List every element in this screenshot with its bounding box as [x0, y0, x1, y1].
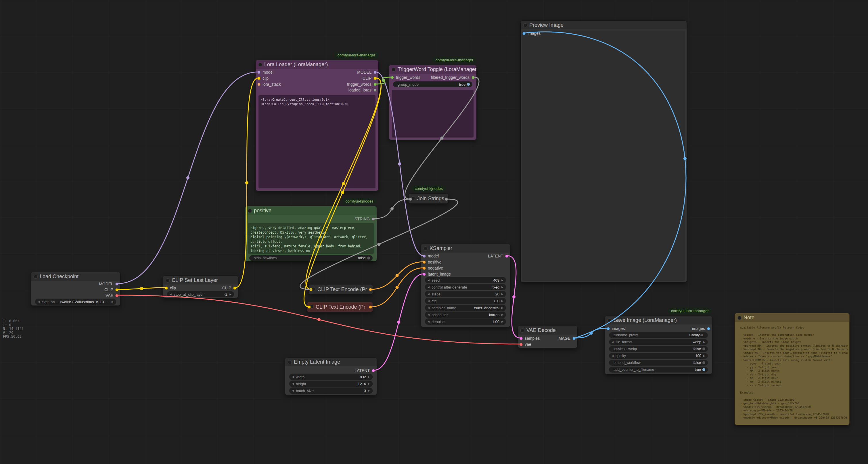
- prev-arrow-icon[interactable]: ◀: [38, 300, 40, 303]
- node-join-strings[interactable]: comfyui-kjnodes Join Strings: [408, 193, 448, 204]
- widget-scheduler[interactable]: ◀ scheduler karras ▶: [425, 312, 506, 318]
- prev-arrow-icon[interactable]: ◀: [428, 299, 430, 302]
- prev-arrow-icon[interactable]: ◀: [428, 279, 430, 282]
- node-triggerword-toggle[interactable]: comfyui-lora-manager TriggerWord Toggle …: [389, 65, 477, 140]
- node-positive-prompt[interactable]: comfyui-kjnodes positive STRING highres,…: [245, 206, 377, 261]
- widget-stop-at-clip-layer[interactable]: ◀ stop_at_clip_layer -2 ▶: [167, 291, 234, 297]
- toggle-dot[interactable]: [703, 368, 705, 371]
- images-input-port[interactable]: [522, 32, 526, 35]
- next-arrow-icon[interactable]: ▶: [368, 389, 370, 392]
- images-input-port[interactable]: [607, 327, 610, 330]
- image-output-port[interactable]: [572, 337, 576, 340]
- node-title[interactable]: positive: [245, 206, 377, 215]
- positive-input-port[interactable]: [423, 261, 426, 264]
- widget-lossless-webp[interactable]: lossless_webp false: [609, 346, 708, 352]
- node-title[interactable]: Lora Loader (LoraManager): [256, 60, 378, 69]
- prev-arrow-icon[interactable]: ◀: [428, 293, 430, 295]
- next-arrow-icon[interactable]: ▶: [703, 341, 705, 344]
- next-arrow-icon[interactable]: ▶: [501, 313, 503, 316]
- prev-arrow-icon[interactable]: ◀: [428, 307, 430, 309]
- next-arrow-icon[interactable]: ▶: [368, 375, 370, 378]
- latent-output-port[interactable]: [372, 369, 375, 372]
- string-output-port[interactable]: [372, 218, 375, 221]
- node-vae-decode[interactable]: VAE Decode samples vae IMAGE: [518, 326, 578, 348]
- collapsed-input-port[interactable]: [409, 198, 412, 201]
- model-input-port[interactable]: [257, 71, 260, 74]
- vae-output-port[interactable]: [115, 294, 119, 297]
- node-title[interactable]: Join Strings: [408, 194, 448, 203]
- trigger-words-textarea[interactable]: [392, 90, 473, 138]
- widget-embed-workflow[interactable]: embed_workflow false: [609, 360, 708, 366]
- widget-height[interactable]: ◀ height 1216 ▶: [289, 381, 373, 387]
- collapsed-output-port[interactable]: [369, 306, 372, 309]
- toggle-dot[interactable]: [367, 257, 370, 259]
- loras-textarea[interactable]: <lora:CreateConcept_Illustrious:0.8> <lo…: [258, 95, 375, 188]
- node-title[interactable]: CLIP Text Encode (Pr: [309, 285, 373, 294]
- next-arrow-icon[interactable]: ▶: [368, 382, 370, 385]
- lora-stack-input-port[interactable]: [257, 83, 260, 86]
- toggle-dot[interactable]: [467, 83, 470, 86]
- prev-arrow-icon[interactable]: ◀: [292, 389, 294, 392]
- node-empty-latent-image[interactable]: Empty Latent Image LATENT ◀ width 832 ▶ …: [285, 357, 377, 395]
- node-preview-image[interactable]: Preview Image images: [520, 21, 687, 283]
- collapsed-output-port[interactable]: [369, 288, 372, 291]
- widget-file-format[interactable]: ◀ file_format webp ▶: [609, 339, 708, 345]
- widget-filename-prefix[interactable]: filename_prefix ComfyUI: [609, 332, 708, 338]
- widget-denoise[interactable]: ◀ denoise 1.00 ▶: [425, 318, 506, 325]
- node-clip-text-encode-positive[interactable]: CLIP Text Encode (Pr: [309, 284, 373, 295]
- widget-cfg[interactable]: ◀ cfg 8.0 ▶: [425, 298, 506, 304]
- node-title[interactable]: Empty Latent Image: [285, 357, 377, 366]
- next-arrow-icon[interactable]: ▶: [501, 286, 503, 289]
- model-output-port[interactable]: [115, 283, 119, 286]
- node-title[interactable]: Save Image (LoraManager): [605, 316, 712, 324]
- node-title[interactable]: Load Checkpoint: [31, 272, 120, 281]
- next-arrow-icon[interactable]: ▶: [501, 293, 503, 295]
- trigger-words-output-port[interactable]: [373, 83, 377, 86]
- next-arrow-icon[interactable]: ▶: [229, 293, 231, 296]
- samples-input-port[interactable]: [520, 337, 523, 340]
- prompt-textarea[interactable]: highres, very detailed, amazing quality,…: [248, 223, 374, 254]
- next-arrow-icon[interactable]: ▶: [112, 300, 114, 303]
- widget-control-after-generate[interactable]: ◀ control after generate fixed ▶: [425, 284, 506, 290]
- node-load-checkpoint[interactable]: Load Checkpoint MODEL CLIP VAE ◀ ckpt_na…: [31, 272, 121, 306]
- node-clip-text-encode-negative[interactable]: CLIP Text Encode (Pr: [307, 302, 373, 312]
- note-text[interactable]: Available filename_prefix Pattern Codes …: [738, 324, 847, 423]
- next-arrow-icon[interactable]: ▶: [501, 279, 503, 282]
- widget-ckpt-name[interactable]: ◀ ckpt_name ilwaiNSFWIllustrious_v110.s.…: [35, 298, 116, 305]
- trigger-words-input-port[interactable]: [391, 76, 394, 79]
- widget-strip-newlines[interactable]: strip_newlines false: [249, 255, 373, 261]
- node-title[interactable]: CLIP Text Encode (Pr: [307, 302, 373, 312]
- node-clip-set-last-layer[interactable]: CLIP Set Last Layer clip CLIP ◀ stop_at_…: [163, 276, 238, 298]
- latent-output-port[interactable]: [505, 255, 508, 258]
- prev-arrow-icon[interactable]: ◀: [292, 382, 294, 385]
- widget-add-counter-to-filename[interactable]: add_counter_to_filename true: [609, 367, 708, 373]
- toggle-dot[interactable]: [703, 348, 705, 350]
- widget-batch-size[interactable]: ◀ batch_size 3 ▶: [289, 387, 373, 394]
- widget-sampler-name[interactable]: ◀ sampler_name euler_ancestral ▶: [425, 304, 506, 311]
- prev-arrow-icon[interactable]: ◀: [428, 320, 430, 323]
- toggle-dot[interactable]: [703, 361, 705, 364]
- node-save-image[interactable]: comfyui-lora-manager Save Image (LoraMan…: [604, 316, 712, 375]
- prev-arrow-icon[interactable]: ◀: [169, 293, 172, 296]
- next-arrow-icon[interactable]: ▶: [501, 320, 503, 323]
- prev-arrow-icon[interactable]: ◀: [292, 375, 294, 378]
- node-title[interactable]: TriggerWord Toggle (LoraManager): [389, 65, 476, 74]
- widget-quality[interactable]: ◀ quality 100 ▶: [609, 353, 708, 359]
- prev-arrow-icon[interactable]: ◀: [612, 354, 614, 357]
- clip-input-port[interactable]: [257, 77, 260, 80]
- widget-group-mode[interactable]: group_mode true: [393, 81, 472, 87]
- vae-input-port[interactable]: [520, 343, 523, 346]
- images-output-port[interactable]: [707, 327, 710, 330]
- node-title[interactable]: Preview Image: [521, 21, 687, 29]
- widget-seed[interactable]: ◀ seed 409 ▶: [425, 277, 506, 283]
- graph-canvas[interactable]: T: 0.00s I: 0 N: 14 [14] V: 29 FPS:56.62…: [0, 0, 868, 464]
- next-arrow-icon[interactable]: ▶: [501, 299, 503, 302]
- model-input-port[interactable]: [423, 255, 426, 258]
- collapsed-input-port[interactable]: [309, 288, 312, 291]
- next-arrow-icon[interactable]: ▶: [501, 307, 503, 309]
- widget-steps[interactable]: ◀ steps 20 ▶: [425, 291, 506, 297]
- clip-output-port[interactable]: [115, 288, 119, 291]
- collapsed-output-port[interactable]: [445, 198, 448, 201]
- prev-arrow-icon[interactable]: ◀: [428, 286, 430, 289]
- node-title[interactable]: VAE Decode: [518, 326, 577, 335]
